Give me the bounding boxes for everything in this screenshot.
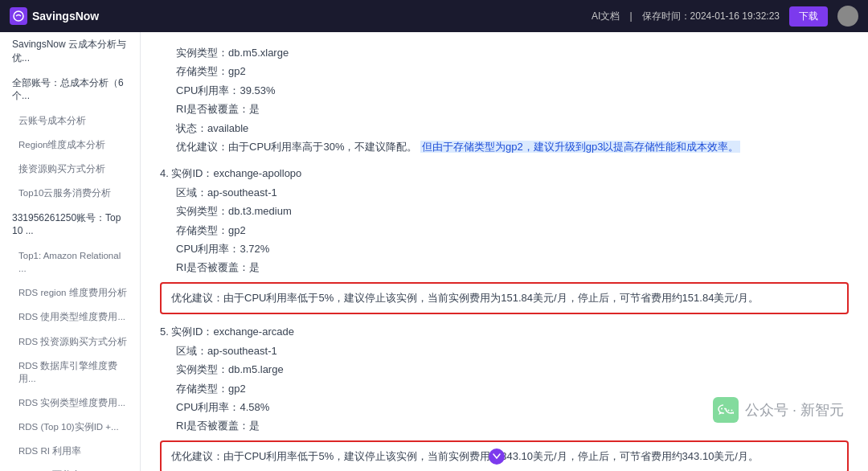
instance5-alert-text: 优化建议：由于CPU利用率低于5%，建议停止该实例，当前实例费用为343.10美… [171, 450, 759, 462]
sidebar-item-rds-db[interactable]: RDS 数据库引擎维度费用... [0, 354, 140, 391]
svg-point-1 [727, 410, 729, 412]
sidebar: SavingsNow 云成本分析与优... 全部账号：总成本分析（6个... 云… [0, 32, 141, 471]
instance4-number: 4. [160, 167, 171, 179]
watermark-label: 公众号 · 新智元 [745, 400, 844, 420]
svg-point-3 [721, 408, 723, 410]
wechat-icon [713, 397, 739, 423]
instance4-block: 4. 实例ID：exchange-apollopo 区域：ap-southeas… [160, 164, 849, 314]
advice-blue-highlight: 但由于存储类型为gp2，建议升级到gp3以提高存储性能和成本效率。 [420, 141, 740, 153]
advice-prefix: 优化建议：由于CPU利用率高于30%，不建议降配。 [176, 141, 417, 153]
sidebar-item-rds-purchase[interactable]: RDS 投资源购买方式分析 [0, 330, 140, 354]
instance4-id: 实例ID：exchange-apollopo [171, 167, 301, 179]
instance4-storage: 存储类型：gp2 [176, 221, 849, 240]
scroll-indicator[interactable] [489, 448, 505, 465]
sidebar-item-purchase-mode[interactable]: 接资源购买方式分析 [0, 157, 140, 181]
ai-doc-label: AI文档 [592, 10, 620, 23]
sidebar-item-account-top10[interactable]: 331956261250账号：Top 10 ... [0, 206, 140, 244]
svg-point-0 [14, 11, 23, 21]
sidebar-item-rds-ri-rate[interactable]: RDS RI 利用率 [0, 439, 140, 463]
logo-text: SavingsNow [32, 10, 99, 23]
sidebar-item-top10-service[interactable]: Top10云服务消费分析 [0, 181, 140, 205]
instance5-alert: 优化建议：由于CPU利用率低于5%，建议停止该实例，当前实例费用为343.10美… [160, 440, 849, 471]
sidebar-item-overview[interactable]: SavingsNow 云成本分析与优... [0, 32, 140, 71]
content-area: 实例类型：db.m5.xlarge 存储类型：gp2 CPU利用率：39.53%… [141, 32, 868, 471]
instance4-region: 区域：ap-southeast-1 [176, 183, 849, 202]
instance5-number: 5. [160, 326, 171, 338]
download-button[interactable]: 下载 [789, 6, 828, 27]
instance5-type: 实例类型：db.m5.large [176, 360, 849, 379]
instance4-alert-text: 优化建议：由于CPU利用率低于5%，建议停止该实例，当前实例费用为151.84美… [171, 292, 759, 304]
instance3-advice: 优化建议：由于CPU利用率高于30%，不建议降配。 但由于存储类型为gp2，建议… [176, 137, 849, 156]
sidebar-item-rds-region[interactable]: RDS region 维度费用分析 [0, 281, 140, 305]
sidebar-item-rds-ri-coverage[interactable]: RDS RI 覆盖率 [0, 463, 140, 471]
sidebar-item-all-accounts[interactable]: 全部账号：总成本分析（6个... [0, 71, 140, 109]
sidebar-item-cloud-cost[interactable]: 云账号成本分析 [0, 109, 140, 133]
watermark: 公众号 · 新智元 [713, 397, 844, 423]
header: SavingsNow AI文档 | 保存时间：2024-01-16 19:32:… [0, 0, 868, 32]
instance5-storage: 存储类型：gp2 [176, 379, 849, 398]
instance5-header: 5. 实例ID：exchange-arcade [160, 322, 849, 341]
sidebar-item-top1-rds[interactable]: Top1: Amazon Relational ... [0, 244, 140, 281]
save-time: 保存时间：2024-01-16 19:32:23 [642, 10, 780, 23]
instance4-details: 区域：ap-southeast-1 实例类型：db.t3.medium 存储类型… [160, 183, 849, 277]
instance3-block: 实例类型：db.m5.xlarge 存储类型：gp2 CPU利用率：39.53%… [160, 43, 849, 156]
separator: | [629, 10, 632, 22]
instance3-storage: 存储类型：gp2 [176, 62, 849, 80]
instance4-cpu: CPU利用率：3.72% [176, 240, 849, 258]
main-layout: SavingsNow 云成本分析与优... 全部账号：总成本分析（6个... 云… [0, 32, 868, 471]
instance4-alert: 优化建议：由于CPU利用率低于5%，建议停止该实例，当前实例费用为151.84美… [160, 282, 849, 315]
sidebar-item-rds-usage-type[interactable]: RDS 使用类型维度费用... [0, 305, 140, 329]
instance3-type: 实例类型：db.m5.xlarge [176, 43, 849, 62]
instance3-status: 状态：available [176, 119, 849, 137]
header-right: AI文档 | 保存时间：2024-01-16 19:32:23 下载 [592, 6, 858, 27]
instance5-region: 区域：ap-southeast-1 [176, 342, 849, 360]
logo-icon [10, 7, 27, 25]
avatar [837, 6, 858, 27]
instance5-id: 实例ID：exchange-arcade [171, 326, 293, 338]
sidebar-item-rds-top10[interactable]: RDS (Top 10)实例ID +... [0, 415, 140, 439]
instance3-cpu: CPU利用率：39.53% [176, 81, 849, 100]
instance3-ri: RI是否被覆盖：是 [176, 100, 849, 118]
sidebar-item-rds-instance-type[interactable]: RDS 实例类型维度费用... [0, 391, 140, 415]
svg-point-4 [724, 408, 726, 410]
sidebar-item-region-cost[interactable]: Region维度成本分析 [0, 133, 140, 157]
logo: SavingsNow [10, 7, 99, 25]
instance4-ri: RI是否被覆盖：是 [176, 258, 849, 276]
instance4-type: 实例类型：db.t3.medium [176, 202, 849, 220]
svg-point-2 [731, 410, 732, 412]
instance4-header: 4. 实例ID：exchange-apollopo [160, 164, 849, 182]
